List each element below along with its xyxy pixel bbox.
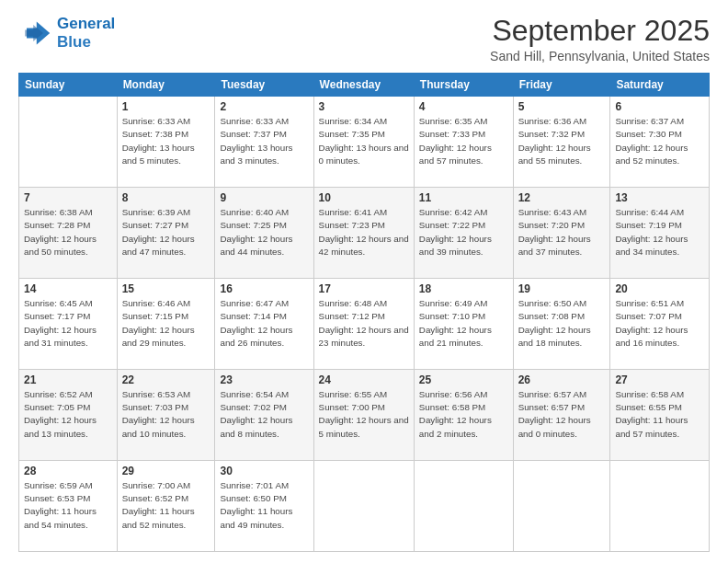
calendar-cell: 23Sunrise: 6:54 AMSunset: 7:02 PMDayligh… xyxy=(215,370,313,461)
calendar-cell: 8Sunrise: 6:39 AMSunset: 7:27 PMDaylight… xyxy=(117,188,215,279)
cell-day-number: 19 xyxy=(518,282,606,295)
weekday-header-wednesday: Wednesday xyxy=(313,74,414,97)
calendar-cell: 14Sunrise: 6:45 AMSunset: 7:17 PMDayligh… xyxy=(19,279,118,370)
cell-sun-info: Sunrise: 6:38 AMSunset: 7:28 PMDaylight:… xyxy=(24,206,112,259)
cell-sun-info: Sunrise: 6:52 AMSunset: 7:05 PMDaylight:… xyxy=(24,388,112,441)
calendar-cell: 11Sunrise: 6:42 AMSunset: 7:22 PMDayligh… xyxy=(414,188,513,279)
logo-blue-text: Blue xyxy=(57,33,91,51)
cell-sun-info: Sunrise: 7:01 AMSunset: 6:50 PMDaylight:… xyxy=(220,479,308,532)
cell-day-number: 6 xyxy=(615,100,704,113)
calendar-cell: 22Sunrise: 6:53 AMSunset: 7:03 PMDayligh… xyxy=(117,370,215,461)
cell-sun-info: Sunrise: 6:50 AMSunset: 7:08 PMDaylight:… xyxy=(518,297,606,350)
cell-day-number: 26 xyxy=(518,373,606,386)
cell-sun-info: Sunrise: 6:33 AMSunset: 7:38 PMDaylight:… xyxy=(122,115,210,167)
calendar-cell: 12Sunrise: 6:43 AMSunset: 7:20 PMDayligh… xyxy=(513,188,610,279)
cell-sun-info: Sunrise: 6:53 AMSunset: 7:03 PMDaylight:… xyxy=(122,388,210,441)
cell-sun-info: Sunrise: 6:58 AMSunset: 6:55 PMDaylight:… xyxy=(615,388,704,441)
cell-day-number: 17 xyxy=(319,282,409,295)
cell-sun-info: Sunrise: 6:56 AMSunset: 6:58 PMDaylight:… xyxy=(419,388,508,441)
cell-day-number: 27 xyxy=(615,373,704,386)
calendar-cell: 15Sunrise: 6:46 AMSunset: 7:15 PMDayligh… xyxy=(117,279,215,370)
cell-sun-info: Sunrise: 6:44 AMSunset: 7:19 PMDaylight:… xyxy=(615,206,704,259)
cell-day-number: 23 xyxy=(220,373,308,386)
calendar-cell: 3Sunrise: 6:34 AMSunset: 7:35 PMDaylight… xyxy=(313,97,414,188)
cell-sun-info: Sunrise: 6:48 AMSunset: 7:12 PMDaylight:… xyxy=(319,297,409,350)
cell-day-number: 1 xyxy=(122,100,210,113)
cell-day-number: 12 xyxy=(518,191,606,204)
calendar-cell: 28Sunrise: 6:59 AMSunset: 6:53 PMDayligh… xyxy=(19,461,118,552)
calendar-cell: 16Sunrise: 6:47 AMSunset: 7:14 PMDayligh… xyxy=(215,279,313,370)
calendar-cell: 29Sunrise: 7:00 AMSunset: 6:52 PMDayligh… xyxy=(117,461,215,552)
calendar-cell: 4Sunrise: 6:35 AMSunset: 7:33 PMDaylight… xyxy=(414,97,513,188)
calendar-cell: 18Sunrise: 6:49 AMSunset: 7:10 PMDayligh… xyxy=(414,279,513,370)
cell-day-number: 9 xyxy=(220,191,308,204)
cell-sun-info: Sunrise: 6:47 AMSunset: 7:14 PMDaylight:… xyxy=(220,297,308,350)
cell-day-number: 11 xyxy=(419,191,508,204)
cell-day-number: 21 xyxy=(24,373,112,386)
calendar-cell: 24Sunrise: 6:55 AMSunset: 7:00 PMDayligh… xyxy=(313,370,414,461)
cell-sun-info: Sunrise: 6:46 AMSunset: 7:15 PMDaylight:… xyxy=(122,297,210,350)
weekday-header-monday: Monday xyxy=(117,74,215,97)
calendar-cell xyxy=(513,461,610,552)
cell-sun-info: Sunrise: 7:00 AMSunset: 6:52 PMDaylight:… xyxy=(122,479,210,532)
calendar-cell: 19Sunrise: 6:50 AMSunset: 7:08 PMDayligh… xyxy=(513,279,610,370)
logo-general: General xyxy=(57,15,115,32)
cell-sun-info: Sunrise: 6:43 AMSunset: 7:20 PMDaylight:… xyxy=(518,206,606,259)
calendar-cell: 1Sunrise: 6:33 AMSunset: 7:38 PMDaylight… xyxy=(117,97,215,188)
cell-sun-info: Sunrise: 6:33 AMSunset: 7:37 PMDaylight:… xyxy=(220,115,308,167)
cell-day-number: 3 xyxy=(319,100,409,113)
cell-day-number: 8 xyxy=(122,191,210,204)
cell-day-number: 18 xyxy=(419,282,508,295)
weekday-header-sunday: Sunday xyxy=(19,74,118,97)
cell-day-number: 25 xyxy=(419,373,508,386)
cell-sun-info: Sunrise: 6:49 AMSunset: 7:10 PMDaylight:… xyxy=(419,297,508,350)
calendar-page: General Blue September 2025 Sand Hill, P… xyxy=(0,0,728,563)
cell-day-number: 14 xyxy=(24,282,112,295)
week-row-4: 21Sunrise: 6:52 AMSunset: 7:05 PMDayligh… xyxy=(19,370,710,461)
calendar-cell xyxy=(414,461,513,552)
cell-sun-info: Sunrise: 6:41 AMSunset: 7:23 PMDaylight:… xyxy=(319,206,409,259)
calendar-cell: 9Sunrise: 6:40 AMSunset: 7:25 PMDaylight… xyxy=(215,188,313,279)
cell-day-number: 24 xyxy=(319,373,409,386)
cell-sun-info: Sunrise: 6:42 AMSunset: 7:22 PMDaylight:… xyxy=(419,206,508,259)
cell-day-number: 29 xyxy=(122,465,210,477)
cell-sun-info: Sunrise: 6:35 AMSunset: 7:33 PMDaylight:… xyxy=(419,115,508,167)
cell-sun-info: Sunrise: 6:59 AMSunset: 6:53 PMDaylight:… xyxy=(24,479,112,532)
calendar-cell: 30Sunrise: 7:01 AMSunset: 6:50 PMDayligh… xyxy=(215,461,313,552)
calendar-table: SundayMondayTuesdayWednesdayThursdayFrid… xyxy=(18,73,710,552)
calendar-cell: 20Sunrise: 6:51 AMSunset: 7:07 PMDayligh… xyxy=(610,279,710,370)
logo: General Blue xyxy=(18,15,115,51)
cell-sun-info: Sunrise: 6:54 AMSunset: 7:02 PMDaylight:… xyxy=(220,388,308,441)
calendar-cell xyxy=(313,461,414,552)
calendar-cell: 26Sunrise: 6:57 AMSunset: 6:57 PMDayligh… xyxy=(513,370,610,461)
cell-day-number: 2 xyxy=(220,100,308,113)
cell-sun-info: Sunrise: 6:39 AMSunset: 7:27 PMDaylight:… xyxy=(122,206,210,259)
week-row-5: 28Sunrise: 6:59 AMSunset: 6:53 PMDayligh… xyxy=(19,461,710,552)
cell-day-number: 28 xyxy=(24,465,112,477)
calendar-cell: 13Sunrise: 6:44 AMSunset: 7:19 PMDayligh… xyxy=(610,188,710,279)
cell-sun-info: Sunrise: 6:37 AMSunset: 7:30 PMDaylight:… xyxy=(615,115,704,167)
weekday-header-saturday: Saturday xyxy=(610,74,710,97)
header: General Blue September 2025 Sand Hill, P… xyxy=(18,15,710,63)
cell-sun-info: Sunrise: 6:45 AMSunset: 7:17 PMDaylight:… xyxy=(24,297,112,350)
weekday-header-tuesday: Tuesday xyxy=(215,74,313,97)
week-row-2: 7Sunrise: 6:38 AMSunset: 7:28 PMDaylight… xyxy=(19,188,710,279)
cell-sun-info: Sunrise: 6:57 AMSunset: 6:57 PMDaylight:… xyxy=(518,388,606,441)
logo-text: General Blue xyxy=(57,15,115,51)
calendar-cell: 5Sunrise: 6:36 AMSunset: 7:32 PMDaylight… xyxy=(513,97,610,188)
calendar-cell: 17Sunrise: 6:48 AMSunset: 7:12 PMDayligh… xyxy=(313,279,414,370)
calendar-cell xyxy=(19,97,118,188)
logo-icon xyxy=(18,17,51,50)
cell-day-number: 16 xyxy=(220,282,308,295)
title-block: September 2025 Sand Hill, Pennsylvania, … xyxy=(490,15,710,63)
cell-day-number: 5 xyxy=(518,100,606,113)
cell-day-number: 30 xyxy=(220,465,308,477)
calendar-cell: 6Sunrise: 6:37 AMSunset: 7:30 PMDaylight… xyxy=(610,97,710,188)
cell-day-number: 13 xyxy=(615,191,704,204)
week-row-3: 14Sunrise: 6:45 AMSunset: 7:17 PMDayligh… xyxy=(19,279,710,370)
weekday-header-friday: Friday xyxy=(513,74,610,97)
cell-sun-info: Sunrise: 6:34 AMSunset: 7:35 PMDaylight:… xyxy=(319,115,409,167)
cell-day-number: 22 xyxy=(122,373,210,386)
cell-day-number: 20 xyxy=(615,282,704,295)
calendar-cell xyxy=(610,461,710,552)
